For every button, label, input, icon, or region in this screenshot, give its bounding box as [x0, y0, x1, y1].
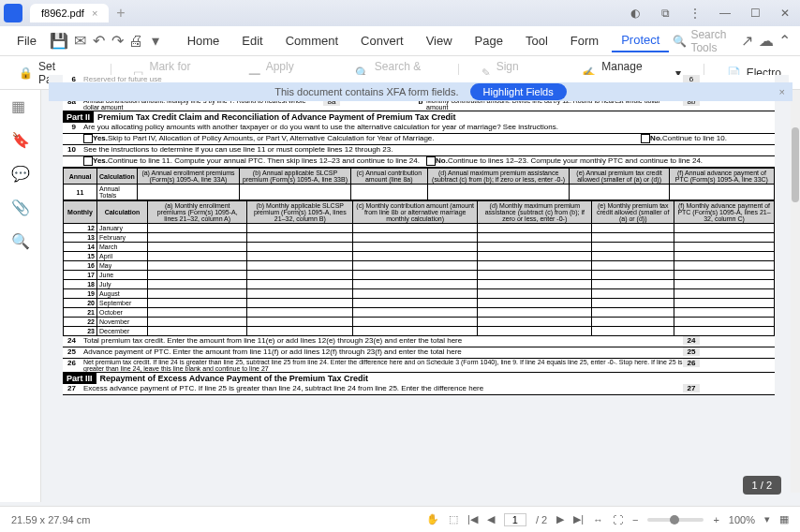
form-field[interactable]: [247, 233, 353, 243]
form-field[interactable]: [353, 224, 478, 233]
form-field[interactable]: [247, 327, 353, 336]
form-field[interactable]: [148, 299, 247, 308]
form-field[interactable]: [478, 224, 592, 233]
form-field[interactable]: [592, 233, 674, 243]
zoom-out-icon[interactable]: −: [632, 514, 638, 525]
ai-icon[interactable]: ◐: [624, 4, 646, 22]
maximize-button[interactable]: ☐: [744, 4, 766, 22]
thumbnails-icon[interactable]: ▦: [11, 97, 30, 116]
zoom-dropdown-icon[interactable]: ▾: [764, 513, 770, 525]
redo-icon[interactable]: ↷: [110, 30, 125, 52]
tab-tool[interactable]: Tool: [516, 30, 557, 52]
form-field[interactable]: [570, 185, 669, 200]
form-field[interactable]: [674, 299, 775, 308]
dropdown-icon[interactable]: ▾: [147, 30, 162, 52]
form-field[interactable]: [247, 289, 353, 299]
form-field[interactable]: [148, 327, 247, 336]
form-field[interactable]: [148, 289, 247, 299]
form-field[interactable]: [592, 252, 674, 261]
form-field[interactable]: [353, 280, 478, 289]
tab-convert[interactable]: Convert: [351, 30, 413, 52]
select-tool-icon[interactable]: ⬚: [449, 513, 458, 525]
form-field[interactable]: [353, 233, 478, 243]
form-field[interactable]: [478, 243, 592, 252]
form-field[interactable]: [353, 299, 478, 308]
form-field[interactable]: [148, 252, 247, 261]
form-field[interactable]: [674, 224, 775, 233]
form-field[interactable]: [674, 308, 775, 318]
form-field[interactable]: [247, 224, 353, 233]
form-field[interactable]: [478, 233, 592, 243]
form-field[interactable]: [353, 271, 478, 280]
form-field[interactable]: [148, 224, 247, 233]
checkbox-yes[interactable]: [83, 134, 93, 143]
form-field[interactable]: [427, 185, 570, 200]
form-field[interactable]: [674, 243, 775, 252]
tab-comment[interactable]: Comment: [276, 30, 348, 52]
zoom-in-icon[interactable]: +: [713, 514, 719, 525]
form-field[interactable]: [478, 308, 592, 318]
form-field[interactable]: [478, 327, 592, 336]
form-field[interactable]: [669, 185, 774, 200]
form-field[interactable]: [592, 271, 674, 280]
document-tab[interactable]: f8962.pdf ×: [30, 4, 109, 22]
fit-page-icon[interactable]: ⛶: [613, 514, 623, 525]
tab-page[interactable]: Page: [466, 30, 512, 52]
hand-tool-icon[interactable]: ✋: [426, 513, 439, 525]
form-field[interactable]: [592, 318, 674, 327]
page-input[interactable]: [504, 513, 526, 526]
form-field[interactable]: [247, 271, 353, 280]
first-page-icon[interactable]: |◀: [467, 513, 478, 525]
print-icon[interactable]: 🖨: [128, 30, 143, 52]
form-field[interactable]: [478, 299, 592, 308]
form-field[interactable]: [353, 261, 478, 271]
tab-home[interactable]: Home: [178, 30, 230, 52]
open-external-icon[interactable]: ⧉: [654, 4, 676, 22]
form-field[interactable]: [592, 243, 674, 252]
form-field[interactable]: [353, 252, 478, 261]
form-field[interactable]: [674, 271, 775, 280]
form-field[interactable]: [148, 318, 247, 327]
form-field[interactable]: [247, 280, 353, 289]
form-field[interactable]: [592, 327, 674, 336]
file-menu[interactable]: File: [7, 30, 46, 52]
form-field[interactable]: [247, 318, 353, 327]
form-field[interactable]: [247, 243, 353, 252]
cloud-icon[interactable]: ☁: [759, 30, 774, 52]
form-field[interactable]: [592, 261, 674, 271]
bookmark-icon[interactable]: 🔖: [11, 131, 30, 150]
minimize-button[interactable]: —: [714, 4, 736, 22]
search-panel-icon[interactable]: 🔍: [11, 232, 30, 251]
form-field[interactable]: [674, 252, 775, 261]
vertical-scrollbar[interactable]: [791, 90, 800, 493]
comment-panel-icon[interactable]: 💬: [11, 165, 30, 184]
form-field[interactable]: [148, 243, 247, 252]
mail-icon[interactable]: ✉: [72, 30, 87, 52]
new-tab-button[interactable]: +: [116, 5, 125, 22]
undo-icon[interactable]: ↶: [91, 30, 106, 52]
form-field[interactable]: [674, 233, 775, 243]
tab-edit[interactable]: Edit: [232, 30, 272, 52]
prev-page-icon[interactable]: ◀: [487, 513, 495, 525]
save-icon[interactable]: 💾: [50, 30, 68, 52]
form-field[interactable]: [353, 289, 478, 299]
form-field[interactable]: [353, 327, 478, 336]
form-field[interactable]: [478, 271, 592, 280]
form-field[interactable]: [148, 233, 247, 243]
form-field[interactable]: [478, 289, 592, 299]
form-field[interactable]: [592, 299, 674, 308]
form-field[interactable]: [592, 308, 674, 318]
form-field[interactable]: [148, 308, 247, 318]
form-field[interactable]: [674, 280, 775, 289]
form-field[interactable]: [478, 252, 592, 261]
more-icon[interactable]: ⋮: [684, 4, 706, 22]
expand-icon[interactable]: ⌃: [778, 30, 793, 52]
form-field[interactable]: [592, 224, 674, 233]
form-field[interactable]: [478, 280, 592, 289]
form-field[interactable]: [247, 308, 353, 318]
scrollbar-thumb[interactable]: [792, 127, 799, 202]
form-field[interactable]: [247, 299, 353, 308]
form-field[interactable]: [353, 308, 478, 318]
next-page-icon[interactable]: ▶: [556, 513, 564, 525]
form-field[interactable]: [137, 185, 240, 200]
